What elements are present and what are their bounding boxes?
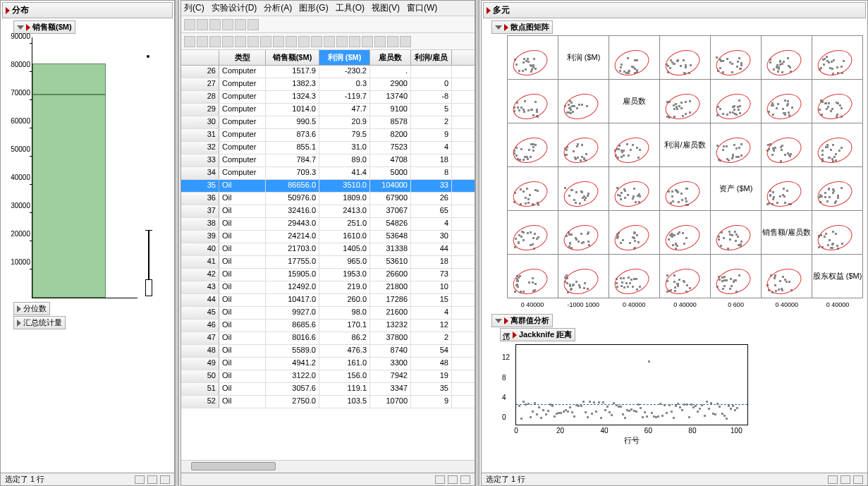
table-row[interactable]: 30Computer990.520.985782 [181,116,475,129]
row-number[interactable]: 45 [181,307,219,319]
cell[interactable]: 48 [411,358,452,370]
cell[interactable]: 103.5 [319,396,370,408]
cell[interactable]: 1014.0 [266,104,319,116]
splitter[interactable] [175,0,179,486]
cell[interactable]: 1953.0 [319,269,370,281]
splom-cell[interactable] [812,211,863,255]
row-number[interactable]: 43 [181,281,219,293]
row-number[interactable]: 27 [181,78,219,90]
toolbar-button[interactable] [222,36,233,47]
toolbar-button[interactable] [209,36,221,47]
cell[interactable]: 15 [411,294,452,306]
cell[interactable]: 73 [411,269,452,281]
row-number[interactable]: 41 [181,256,219,268]
cell[interactable]: Oil [219,218,266,230]
cell[interactable]: 33 [411,180,452,192]
table-row[interactable]: 45Oil9927.098.0216004 [181,307,475,320]
cell[interactable]: 35 [411,383,452,395]
toolbar-button[interactable] [362,36,373,47]
toolbar-button[interactable] [197,19,208,30]
cell[interactable]: 4708 [370,154,411,166]
toolbar-button[interactable] [324,36,335,47]
cell[interactable]: 17755.0 [266,256,319,268]
cell[interactable]: 17286 [370,294,411,306]
cell[interactable]: Oil [219,307,266,319]
multi-header[interactable]: 多元 [483,2,866,18]
chevron-down-icon[interactable] [495,25,502,30]
cell[interactable]: 54826 [370,218,411,230]
cell[interactable]: 31.0 [319,142,370,154]
status-icon[interactable] [853,475,863,484]
cell[interactable]: 2 [411,116,452,128]
cell[interactable]: 20.9 [319,116,370,128]
cell[interactable]: 3057.6 [266,383,319,395]
splom-cell[interactable] [558,80,609,123]
menu-item[interactable]: 工具(O) [336,2,365,14]
toolbar-button[interactable] [247,36,259,47]
splom-cell[interactable] [558,255,609,298]
cell[interactable]: 104000 [370,180,411,192]
menu-item[interactable]: 图形(G) [299,2,328,14]
table-row[interactable]: 46Oil8685.6170.11323212 [181,320,475,332]
splom-cell[interactable] [609,36,660,80]
cell[interactable]: 3122.0 [266,370,319,382]
cell[interactable]: 0.3 [319,78,370,90]
table-row[interactable]: 52Oil2750.0103.5107009 [181,396,475,408]
dist-header[interactable]: 分布 [2,2,173,18]
row-number[interactable]: 47 [181,332,219,344]
cell[interactable]: 5589.0 [266,345,319,357]
splom-cell[interactable] [660,80,711,123]
cell[interactable]: Oil [219,332,266,344]
cell[interactable]: Oil [219,243,266,255]
table-row[interactable]: 35Oil86656.03510.010400033 [181,180,475,193]
cell[interactable]: 18 [411,154,452,166]
cell[interactable]: 47.7 [319,104,370,116]
table-row[interactable]: 26Computer1517.9-230.2. [181,66,475,78]
splom-cell[interactable] [660,255,711,298]
splom-cell[interactable] [660,211,711,255]
cell[interactable]: Oil [219,294,266,306]
cell[interactable]: 161.0 [319,358,370,370]
cell[interactable]: 709.3 [266,167,319,179]
cell[interactable]: Oil [219,383,266,395]
status-icon[interactable] [448,475,458,484]
menu-item[interactable]: 列(C) [184,2,204,14]
cell[interactable]: Oil [219,256,266,268]
table-row[interactable]: 42Oil15905.01953.02660073 [181,269,475,281]
status-icon[interactable] [828,475,838,484]
table-row[interactable]: 48Oil5589.0476.3874054 [181,345,475,358]
splom-cell[interactable] [812,36,863,80]
cell[interactable]: 3300 [370,358,411,370]
cell[interactable]: 44 [411,243,452,255]
status-icon[interactable] [135,475,145,484]
table-row[interactable]: 37Oil32416.02413.03706765 [181,205,475,218]
toolbar-button[interactable] [235,36,246,47]
cell[interactable]: 3347 [370,383,411,395]
status-icon[interactable] [160,475,170,484]
cell[interactable]: Computer [219,104,266,116]
status-icon[interactable] [435,475,445,484]
boxplot[interactable] [143,44,154,298]
cell[interactable]: 9927.0 [266,307,319,319]
table-row[interactable]: 27Computer1382.30.329000 [181,78,475,91]
outlier-header[interactable]: 离群值分析 [491,314,553,327]
quantile-header[interactable]: 分位数 [13,302,50,315]
cell[interactable]: Computer [219,142,266,154]
table-row[interactable]: 47Oil8016.686.2378002 [181,332,475,345]
collapse-icon[interactable] [26,24,30,31]
cell[interactable]: 170.1 [319,320,370,332]
splom-cell[interactable] [609,255,660,298]
cell[interactable]: -230.2 [319,66,370,78]
splom-cell[interactable] [660,167,711,211]
toolbar-button[interactable] [184,36,195,47]
splom-cell[interactable] [711,211,762,255]
splom-cell[interactable] [609,123,660,167]
cell[interactable]: 13740 [370,91,411,103]
row-number[interactable]: 33 [181,154,219,166]
scroll-thumb[interactable] [191,462,276,470]
row-number[interactable]: 52 [181,396,219,408]
histogram[interactable]: 1000020000300004000050000600007000080000… [32,37,137,298]
cell[interactable]: 9 [411,396,452,408]
cell[interactable]: 2900 [370,78,411,90]
toolbar-button[interactable] [400,36,411,47]
